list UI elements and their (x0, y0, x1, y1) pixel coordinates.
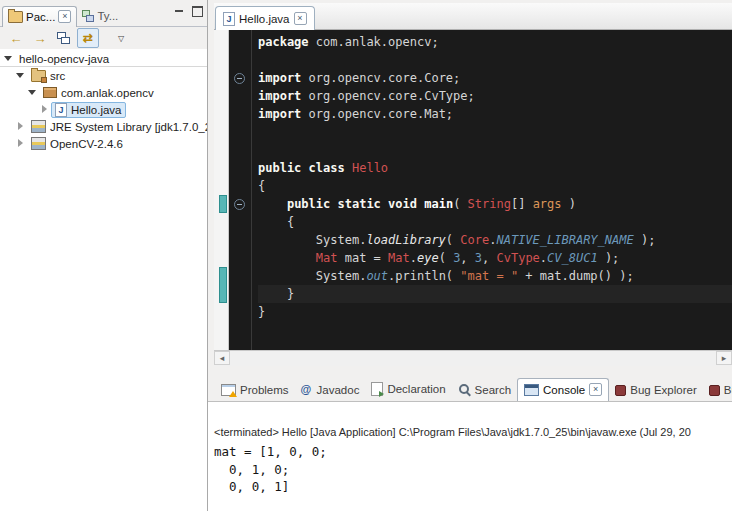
tab-search[interactable]: Search (452, 379, 517, 401)
tree-item-body[interactable]: JRE System Library [jdk1.7.0_25] (27, 119, 207, 134)
code-line[interactable]: } (258, 303, 732, 321)
collapse-arrow-icon[interactable] (4, 54, 13, 63)
console-view[interactable]: <terminated> Hello [Java Application] C:… (208, 402, 732, 511)
console-icon (524, 384, 539, 396)
maximize-view-button[interactable] (189, 4, 205, 18)
tree-item-label: Hello.java (71, 104, 122, 116)
minimize-view-button[interactable] (171, 4, 187, 18)
view-tab-ty[interactable]: Ty... (77, 7, 123, 26)
tree-item-hello-java[interactable]: Hello.java (0, 101, 207, 118)
editor-tabbar: Hello.java × (214, 3, 732, 30)
library-icon (31, 137, 46, 150)
code-line[interactable]: System.out.println( "mat = " + mat.dump(… (258, 267, 732, 285)
view-tab-label: Ty... (97, 10, 118, 22)
minimize-icon (175, 10, 183, 12)
code-line[interactable]: Mat mat = Mat.eye( 3, 3, CvType.CV_8UC1 … (258, 249, 732, 267)
project-tree[interactable]: hello-opencv-javasrccom.anlak.opencvHell… (0, 49, 207, 511)
package-explorer-toolbar (0, 27, 207, 49)
bottom-view-tabbar: ProblemsJavadocDeclarationSearchConsole×… (208, 374, 732, 402)
editor-tab-hello-java[interactable]: Hello.java × (215, 6, 315, 30)
expand-arrow-icon[interactable] (40, 105, 49, 114)
code-line[interactable]: import org.opencv.core.CvType; (258, 87, 732, 105)
collapse-arrow-icon[interactable] (16, 71, 25, 80)
tab-bug[interactable]: Bug (703, 380, 732, 401)
tab-label: Search (475, 384, 511, 396)
package-icon (43, 87, 57, 98)
scroll-right-button[interactable]: ▸ (716, 351, 732, 365)
code-line[interactable]: { (258, 213, 732, 231)
editor-area: Hello.java × package com.anlak.opencv; i… (214, 3, 732, 364)
tree-item-body[interactable]: Hello.java (51, 102, 126, 118)
eclipse-window: Pac...×Ty... hello-opencv-javasrccom.anl… (0, 0, 732, 511)
range-indicator (219, 267, 227, 303)
declaration-icon (371, 382, 383, 396)
code-line[interactable]: System.loadLibrary( Core.NATIVE_LIBRARY_… (258, 231, 732, 249)
tab-label: Javadoc (317, 384, 360, 396)
back-button[interactable] (5, 28, 27, 48)
fold-collapse-icon[interactable] (234, 199, 245, 210)
code-line[interactable]: public class Hello (258, 159, 732, 177)
collapse-all-button[interactable] (53, 28, 75, 48)
package-explorer-view: Pac...×Ty... hello-opencv-javasrccom.anl… (0, 0, 208, 511)
java-file-icon (223, 12, 235, 26)
code-line[interactable] (258, 51, 732, 69)
tree-item-hello-opencv-java[interactable]: hello-opencv-java (0, 50, 207, 67)
view-tab-pac[interactable]: Pac...× (2, 6, 77, 27)
close-icon[interactable]: × (294, 12, 307, 25)
left-view-tabbar: Pac...×Ty... (0, 0, 207, 27)
close-icon[interactable]: × (589, 383, 602, 396)
tree-item-body[interactable]: src (27, 69, 69, 83)
type-hierarchy-icon (82, 10, 94, 22)
tree-item-label: OpenCV-2.4.6 (50, 138, 123, 150)
problems-icon (221, 384, 236, 396)
code-line[interactable]: public static void main( String[] args ) (258, 195, 732, 213)
tree-item-body[interactable]: OpenCV-2.4.6 (27, 136, 127, 151)
tab-bug-explorer[interactable]: Bug Explorer (609, 380, 702, 401)
code-line[interactable]: } (258, 285, 732, 303)
view-menu-button[interactable] (112, 28, 130, 48)
folding-ruler[interactable] (229, 30, 252, 350)
fold-collapse-icon[interactable] (234, 73, 245, 84)
tab-javadoc[interactable]: Javadoc (295, 380, 366, 401)
maximize-icon (192, 6, 203, 17)
tree-item-src[interactable]: src (0, 67, 207, 84)
tree-item-body[interactable]: com.anlak.opencv (39, 86, 158, 100)
tab-label: Console (543, 384, 585, 396)
code-line[interactable] (258, 123, 732, 141)
view-tab-label: Pac... (26, 11, 55, 23)
tab-declaration[interactable]: Declaration (365, 378, 451, 401)
code-line[interactable]: { (258, 177, 732, 195)
editor-tab-label: Hello.java (239, 13, 290, 25)
tree-item-com-anlak-opencv[interactable]: com.anlak.opencv (0, 84, 207, 101)
editor-body: package com.anlak.opencv; import org.ope… (214, 30, 732, 350)
expand-arrow-icon[interactable] (16, 122, 25, 131)
code-line[interactable]: import org.opencv.core.Mat; (258, 105, 732, 123)
tree-item-label: src (50, 70, 65, 82)
expand-arrow-icon[interactable] (16, 139, 25, 148)
package-explorer-icon (8, 11, 23, 23)
code-line[interactable]: package com.anlak.opencv; (258, 33, 732, 51)
collapse-arrow-icon[interactable] (28, 88, 37, 97)
forward-button[interactable] (29, 28, 51, 48)
tree-item-opencv-2-4-6[interactable]: OpenCV-2.4.6 (0, 135, 207, 152)
tab-console[interactable]: Console× (517, 378, 609, 402)
annotation-ruler[interactable] (214, 30, 229, 350)
code-line[interactable]: import org.opencv.core.Core; (258, 69, 732, 87)
tab-problems[interactable]: Problems (215, 380, 295, 401)
tree-item-label: com.anlak.opencv (61, 87, 154, 99)
tree-item-body[interactable]: hello-opencv-java (15, 52, 113, 66)
bottom-view-stack: ProblemsJavadocDeclarationSearchConsole×… (208, 374, 732, 511)
code-line[interactable] (258, 141, 732, 159)
range-indicator (219, 195, 227, 213)
console-output: mat = [1, 0, 0; 0, 1, 0; 0, 0, 1] (214, 443, 732, 496)
scroll-left-button[interactable]: ◂ (214, 351, 230, 365)
left-view-tabs: Pac...×Ty... (2, 6, 123, 26)
tab-label: Bug (724, 384, 732, 396)
tree-item-label: hello-opencv-java (19, 53, 109, 65)
code-area[interactable]: package com.anlak.opencv; import org.ope… (252, 30, 732, 350)
close-icon[interactable]: × (58, 10, 71, 23)
library-icon (31, 120, 46, 133)
link-with-editor-button[interactable] (77, 28, 99, 48)
tree-item-jre-system-library-jdk1-7-0-25[interactable]: JRE System Library [jdk1.7.0_25] (0, 118, 207, 135)
editor-horizontal-scrollbar[interactable]: ◂ ▸ (214, 350, 732, 366)
